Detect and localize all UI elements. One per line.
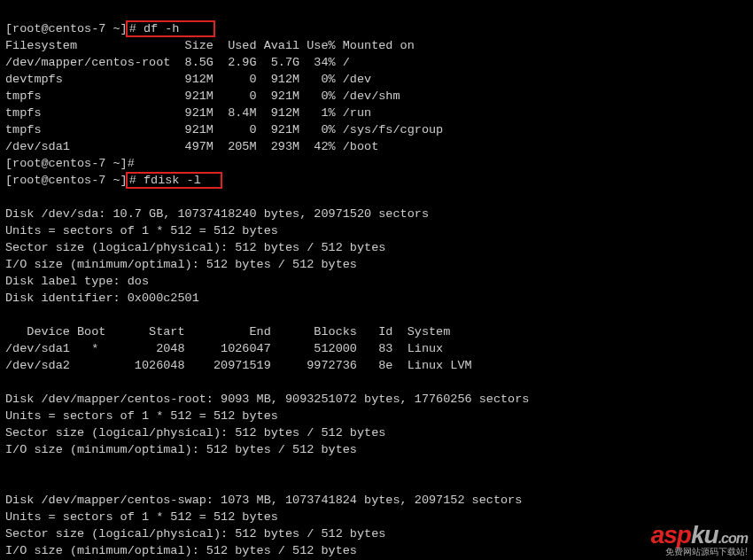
df-row: /dev/mapper/centos-root 8.5G 2.9G 5.7G 3…: [5, 56, 350, 69]
prompt-user: [root@centos-7 ~]: [5, 22, 128, 35]
fdisk-line: Sector size (logical/physical): 512 byte…: [5, 426, 385, 439]
command-highlight-df: # df -h: [126, 20, 215, 37]
prompt-symbol: #: [129, 22, 144, 35]
fdisk-line: Sector size (logical/physical): 512 byte…: [5, 527, 385, 541]
prompt-line-2: [root@centos-7 ~]#: [5, 157, 135, 170]
fdisk-line: Disk /dev/mapper/centos-root: 9093 MB, 9…: [5, 393, 529, 406]
fdisk-line: I/O size (minimum/optimal): 512 bytes / …: [5, 544, 357, 557]
fdisk-line: I/O size (minimum/optimal): 512 bytes / …: [5, 258, 357, 271]
df-row: /dev/sda1 497M 205M 293M 42% /boot: [5, 140, 378, 153]
df-row: tmpfs 921M 0 921M 0% /sys/fs/cgroup: [5, 123, 443, 136]
logo-letter-a: a: [651, 521, 664, 548]
fdisk-line: Disk identifier: 0x000c2501: [5, 292, 199, 305]
fdisk-line: Units = sectors of 1 * 512 = 512 bytes: [5, 409, 278, 423]
prompt-symbol: #: [129, 174, 144, 187]
prompt-line-1: [root@centos-7 ~]# df -h: [5, 22, 215, 35]
command-fdisk: fdisk -l: [144, 174, 201, 187]
fdisk-line: Sector size (logical/physical): 512 byte…: [5, 241, 385, 254]
fdisk-line: Disk /dev/mapper/centos-swap: 1073 MB, 1…: [5, 494, 522, 507]
fdisk-partition-header: Device Boot Start End Blocks Id System: [5, 325, 450, 338]
df-row: tmpfs 921M 0 921M 0% /dev/shm: [5, 89, 400, 103]
command-df: df -h: [144, 22, 180, 35]
df-header: Filesystem Size Used Avail Use% Mounted …: [5, 39, 415, 52]
fdisk-line: Disk label type: dos: [5, 275, 149, 288]
prompt-line-3: [root@centos-7 ~]# fdisk -l: [5, 174, 222, 187]
prompt-user: [root@centos-7 ~]: [5, 174, 128, 187]
fdisk-partition-row: /dev/sda1 * 2048 1026047 512000 83 Linux: [5, 342, 443, 355]
command-highlight-fdisk: # fdisk -l: [126, 172, 222, 189]
fdisk-partition-row: /dev/sda2 1026048 20971519 9972736 8e Li…: [5, 359, 472, 372]
logo-subtitle: 免费网站源码下载站!: [651, 543, 748, 560]
terminal-output[interactable]: [root@centos-7 ~]# df -h Filesystem Size…: [0, 0, 753, 560]
fdisk-line: Units = sectors of 1 * 512 = 512 bytes: [5, 224, 278, 237]
df-row: devtmpfs 912M 0 912M 0% /dev: [5, 73, 371, 86]
fdisk-line: Units = sectors of 1 * 512 = 512 bytes: [5, 510, 278, 524]
df-row: tmpfs 921M 8.4M 912M 1% /run: [5, 106, 371, 120]
fdisk-line: I/O size (minimum/optimal): 512 bytes / …: [5, 443, 357, 456]
fdisk-line: Disk /dev/sda: 10.7 GB, 10737418240 byte…: [5, 207, 429, 221]
watermark-logo: aspku.com 免费网站源码下载站!: [651, 526, 748, 560]
